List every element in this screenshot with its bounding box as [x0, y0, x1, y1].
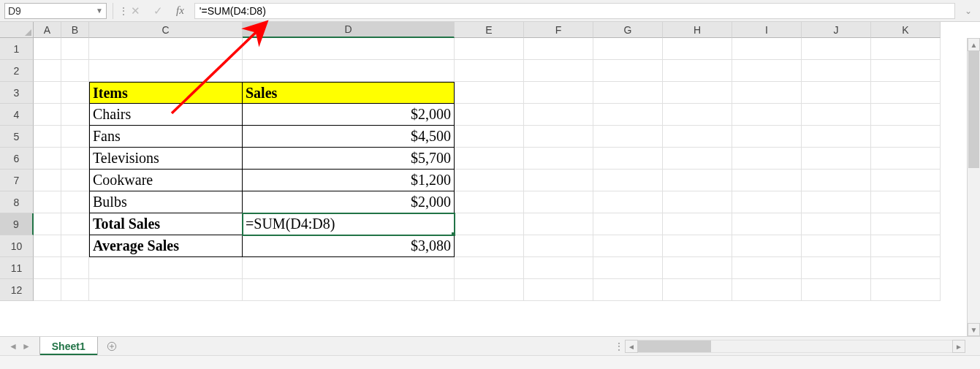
cell-G12[interactable]: [593, 279, 663, 301]
formula-bar-expand-icon[interactable]: ⌄: [961, 6, 976, 16]
cell-C1[interactable]: [89, 38, 243, 60]
cell-J11[interactable]: [802, 257, 871, 279]
cell-E2[interactable]: [455, 60, 524, 82]
cell-D8[interactable]: $2,000: [243, 191, 455, 213]
cell-I3[interactable]: [732, 82, 802, 104]
cell-G9[interactable]: [593, 213, 663, 235]
column-header-E[interactable]: E: [455, 22, 524, 38]
cell-D3[interactable]: Sales: [243, 82, 455, 104]
cell-E9[interactable]: [455, 213, 524, 235]
column-header-A[interactable]: A: [34, 22, 61, 38]
cell-F10[interactable]: [524, 235, 593, 257]
column-header-J[interactable]: J: [802, 22, 871, 38]
cell-E5[interactable]: [455, 126, 524, 148]
cell-D7[interactable]: $1,200: [243, 170, 455, 191]
formula-input[interactable]: '=SUM(D4:D8): [194, 3, 955, 19]
tab-nav-next-icon[interactable]: ►: [22, 341, 31, 351]
cell-H9[interactable]: [663, 213, 732, 235]
cell-K7[interactable]: [871, 170, 941, 191]
cell-C8[interactable]: Bulbs: [89, 191, 243, 213]
cell-I8[interactable]: [732, 191, 802, 213]
cell-F3[interactable]: [524, 82, 593, 104]
cell-I7[interactable]: [732, 170, 802, 191]
cell-F11[interactable]: [524, 257, 593, 279]
cell-K3[interactable]: [871, 82, 941, 104]
column-header-H[interactable]: H: [663, 22, 732, 38]
cell-K12[interactable]: [871, 279, 941, 301]
cell-K5[interactable]: [871, 126, 941, 148]
cell-K6[interactable]: [871, 148, 941, 170]
cell-J7[interactable]: [802, 170, 871, 191]
cell-F9[interactable]: [524, 213, 593, 235]
vscroll-thumb[interactable]: [968, 51, 979, 168]
cell-J10[interactable]: [802, 235, 871, 257]
cell-E8[interactable]: [455, 191, 524, 213]
row-header-6[interactable]: 6: [0, 148, 34, 170]
cell-K4[interactable]: [871, 104, 941, 126]
cell-B1[interactable]: [61, 38, 89, 60]
cell-E1[interactable]: [455, 38, 524, 60]
cell-J4[interactable]: [802, 104, 871, 126]
cell-D2[interactable]: [243, 60, 455, 82]
cell-D5[interactable]: $4,500: [243, 126, 455, 148]
cell-K1[interactable]: [871, 38, 941, 60]
formula-bar-grip-icon[interactable]: ⋮: [119, 6, 126, 16]
cancel-icon[interactable]: ✕: [131, 4, 140, 18]
cell-I9[interactable]: [732, 213, 802, 235]
cell-G7[interactable]: [593, 170, 663, 191]
cell-E4[interactable]: [455, 104, 524, 126]
horizontal-scrollbar[interactable]: ⋮ ◄ ►: [615, 340, 965, 353]
name-box[interactable]: D9 ▼: [4, 3, 107, 19]
cell-C11[interactable]: [89, 257, 243, 279]
enter-icon[interactable]: ✓: [153, 4, 163, 18]
cell-B10[interactable]: [61, 235, 89, 257]
cell-G5[interactable]: [593, 126, 663, 148]
column-header-K[interactable]: K: [871, 22, 941, 38]
cell-F1[interactable]: [524, 38, 593, 60]
cell-B4[interactable]: [61, 104, 89, 126]
cell-A3[interactable]: [34, 82, 61, 104]
cell-C7[interactable]: Cookware: [89, 170, 243, 191]
cell-E11[interactable]: [455, 257, 524, 279]
row-header-5[interactable]: 5: [0, 126, 34, 148]
cell-D9[interactable]: =SUM(D4:D8): [243, 213, 455, 235]
cell-A11[interactable]: [34, 257, 61, 279]
cell-B3[interactable]: [61, 82, 89, 104]
cell-K10[interactable]: [871, 235, 941, 257]
cell-I2[interactable]: [732, 60, 802, 82]
cell-I6[interactable]: [732, 148, 802, 170]
cell-I5[interactable]: [732, 126, 802, 148]
cell-A4[interactable]: [34, 104, 61, 126]
cell-H1[interactable]: [663, 38, 732, 60]
cell-G2[interactable]: [593, 60, 663, 82]
cell-G11[interactable]: [593, 257, 663, 279]
column-header-B[interactable]: B: [61, 22, 89, 38]
vscroll-track[interactable]: [968, 51, 980, 323]
cell-D6[interactable]: $5,700: [243, 148, 455, 170]
cell-B12[interactable]: [61, 279, 89, 301]
row-header-3[interactable]: 3: [0, 82, 34, 104]
cell-D12[interactable]: [243, 279, 455, 301]
sheet-tab-sheet1[interactable]: Sheet1: [39, 337, 98, 355]
cell-H11[interactable]: [663, 257, 732, 279]
cell-C10[interactable]: Average Sales: [89, 235, 243, 257]
cell-F7[interactable]: [524, 170, 593, 191]
cell-B9[interactable]: [61, 213, 89, 235]
hscroll-thumb[interactable]: [638, 341, 711, 352]
row-header-9[interactable]: 9: [0, 213, 34, 235]
cell-A7[interactable]: [34, 170, 61, 191]
cell-J1[interactable]: [802, 38, 871, 60]
cell-D10[interactable]: $3,080: [243, 235, 455, 257]
cell-G6[interactable]: [593, 148, 663, 170]
cell-A2[interactable]: [34, 60, 61, 82]
cell-C3[interactable]: Items: [89, 82, 243, 104]
cell-K8[interactable]: [871, 191, 941, 213]
cell-F6[interactable]: [524, 148, 593, 170]
cell-F5[interactable]: [524, 126, 593, 148]
cell-J2[interactable]: [802, 60, 871, 82]
cell-E10[interactable]: [455, 235, 524, 257]
cell-E3[interactable]: [455, 82, 524, 104]
cell-G3[interactable]: [593, 82, 663, 104]
cell-K2[interactable]: [871, 60, 941, 82]
column-header-D[interactable]: D: [243, 22, 455, 38]
